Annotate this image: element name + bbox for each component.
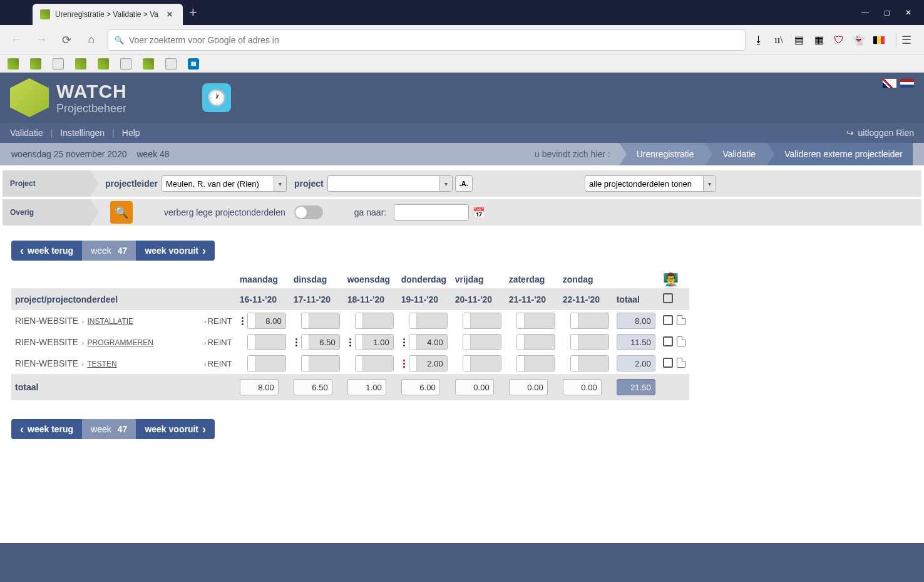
week-current: week47	[82, 241, 136, 261]
hour-input[interactable]: 4.00	[409, 334, 448, 350]
nav-back-button[interactable]: ←	[8, 31, 25, 49]
bookmark-icon[interactable]	[8, 58, 19, 70]
breadcrumb-item[interactable]: Validatie	[705, 143, 767, 165]
bookmark-icon[interactable]	[30, 58, 41, 70]
total-zo: 0.00	[563, 379, 602, 395]
project-part-link[interactable]: PROGRAMMEREN	[87, 338, 153, 347]
menu-hamburger-icon[interactable]: ☰	[896, 33, 916, 47]
week-back-button[interactable]: ‹week terug	[11, 419, 82, 439]
window-close-button[interactable]: ✕	[905, 8, 911, 17]
col-date: 21-11-'20	[505, 288, 559, 310]
browser-tab[interactable]: Urenregistratie > Validatie > Va ✕	[33, 4, 183, 25]
hour-input[interactable]	[355, 313, 394, 329]
hour-input[interactable]	[570, 334, 609, 350]
bookmark-folder-icon[interactable]	[120, 58, 131, 70]
row-checkbox[interactable]	[663, 358, 673, 368]
hour-input[interactable]	[247, 355, 286, 372]
hour-input[interactable]	[570, 313, 609, 329]
url-bar[interactable]: 🔍	[108, 29, 746, 51]
bookmark-folder-icon[interactable]	[53, 58, 64, 70]
verberg-toggle[interactable]	[294, 205, 323, 219]
reader-icon[interactable]: ▤	[793, 34, 804, 46]
hour-input[interactable]: 1.00	[355, 334, 394, 350]
current-week: week 48	[136, 149, 169, 159]
hour-input[interactable]	[570, 355, 609, 372]
language-en-button[interactable]	[883, 79, 896, 88]
hour-input[interactable]	[463, 334, 501, 350]
tonen-select[interactable]: alle projectonderdelen tonen ▾	[585, 175, 716, 192]
new-tab-button[interactable]: +	[189, 4, 197, 21]
document-icon[interactable]	[677, 336, 685, 346]
nav-home-button[interactable]: ⌂	[83, 31, 100, 49]
drag-dots-icon[interactable]	[240, 317, 246, 325]
nav-forward-button[interactable]: →	[33, 31, 50, 49]
bookmark-trello-icon[interactable]: ▮▮	[188, 58, 199, 70]
drag-dots-icon[interactable]	[401, 360, 408, 368]
presentation-icon[interactable]: 👨‍🏫	[663, 273, 679, 286]
menu-validatie[interactable]: Validatie	[10, 128, 43, 138]
window-minimize-button[interactable]: —	[861, 8, 869, 17]
download-icon[interactable]: ⭳	[753, 34, 764, 46]
hour-input[interactable]	[301, 313, 340, 329]
bookmark-folder-icon[interactable]	[165, 58, 177, 70]
drag-dots-icon[interactable]	[401, 338, 408, 346]
hour-input[interactable]	[301, 355, 340, 372]
url-input[interactable]	[129, 35, 739, 45]
week-forward-button[interactable]: week vooruit›	[136, 241, 215, 261]
document-icon[interactable]	[677, 315, 685, 325]
clock-icon[interactable]: 🕐	[202, 83, 231, 112]
search-button[interactable]: 🔍	[110, 201, 133, 224]
col-day: donderdag	[398, 269, 451, 288]
drag-dots-icon[interactable]	[347, 338, 354, 346]
total-grand: 21.50	[617, 379, 655, 395]
bookmark-icon[interactable]	[98, 58, 109, 70]
header-total: totaal	[613, 288, 659, 310]
col-date: 19-11-'20	[398, 288, 451, 310]
hour-input[interactable]: 6.50	[301, 334, 340, 350]
library-icon[interactable]: ıı\	[773, 34, 784, 46]
hour-input[interactable]	[355, 355, 394, 372]
projectleider-select[interactable]: Meulen, R. van der (Rien) ▾	[162, 175, 287, 192]
row-checkbox[interactable]	[663, 336, 673, 346]
hour-input[interactable]	[409, 313, 448, 329]
hour-input[interactable]	[463, 355, 501, 372]
row-checkbox[interactable]	[663, 315, 673, 325]
hour-input[interactable]	[516, 313, 555, 329]
bookmark-icon[interactable]	[75, 58, 86, 70]
language-nl-button[interactable]	[900, 79, 914, 88]
ganaar-date-input[interactable]	[394, 204, 469, 221]
select-all-checkbox[interactable]	[663, 293, 673, 303]
hour-input[interactable]: 2.00	[409, 355, 448, 372]
bookmark-icon[interactable]	[143, 58, 154, 70]
total-vr: 0.00	[455, 379, 494, 395]
chevron-right-icon: ›	[204, 339, 207, 346]
row-total: 8.00	[617, 313, 655, 329]
logout-button[interactable]: ↪ uitloggen Rien	[846, 128, 914, 138]
aa-button[interactable]: .A.	[455, 175, 473, 192]
menu-help[interactable]: Help	[122, 128, 140, 138]
project-part-link[interactable]: TESTEN	[87, 360, 116, 368]
flag-be-icon[interactable]	[873, 36, 885, 44]
week-back-button[interactable]: ‹week terug	[11, 241, 82, 261]
ublock-icon[interactable]: 🛡	[833, 34, 844, 46]
hour-input[interactable]	[463, 313, 501, 329]
nav-reload-button[interactable]: ⟳	[58, 31, 75, 49]
tab-close-icon[interactable]: ✕	[167, 10, 175, 19]
ghost-icon[interactable]: 👻	[853, 34, 865, 46]
hour-input[interactable]	[247, 334, 286, 350]
week-forward-button[interactable]: week vooruit›	[136, 419, 215, 439]
project-select[interactable]: ▾	[327, 175, 453, 192]
breadcrumb-item[interactable]: Urenregistratie	[619, 143, 706, 165]
hour-input[interactable]: 8.00	[247, 313, 286, 329]
hour-input[interactable]	[516, 355, 555, 372]
logo-icon	[10, 78, 49, 117]
menu-instellingen[interactable]: Instellingen	[60, 128, 105, 138]
qr-icon[interactable]: ▦	[813, 34, 824, 46]
drag-dots-icon[interactable]	[294, 338, 300, 346]
date-bar: woensdag 25 november 2020 week 48 u bevi…	[0, 143, 924, 165]
hour-input[interactable]	[516, 334, 555, 350]
project-part-link[interactable]: INSTALLATIE	[87, 317, 133, 326]
calendar-icon[interactable]: 📅	[473, 207, 485, 219]
document-icon[interactable]	[677, 358, 685, 368]
window-maximize-button[interactable]: ◻	[884, 8, 890, 17]
